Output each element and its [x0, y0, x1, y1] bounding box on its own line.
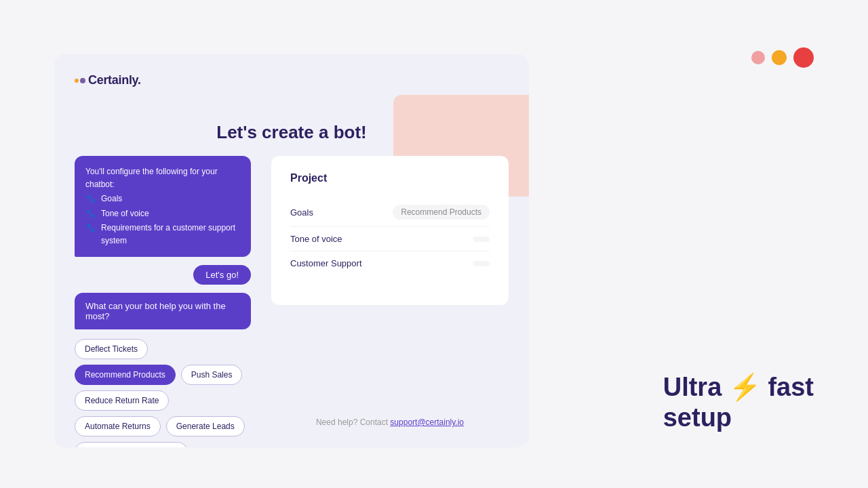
choice-deflect-tickets[interactable]: Deflect Tickets — [75, 339, 148, 359]
project-row-support: Customer Support — [290, 251, 490, 275]
choice-automate-returns[interactable]: Automate Returns — [75, 416, 161, 436]
main-card: Certainly. Let's create a bot! You'll co… — [54, 54, 529, 447]
project-tone-value — [473, 237, 490, 242]
arrow-icon-3: 🐾 — [85, 222, 96, 235]
help-text-static: Need help? Contact — [316, 418, 390, 427]
logo-dots — [75, 78, 85, 83]
project-row-goals: Goals Recommend Products — [290, 198, 490, 227]
decorative-circles — [751, 47, 814, 68]
bot-bubble-requirements: Requirements for a customer support syst… — [101, 222, 240, 247]
tagline-line1: Ultra ⚡ fast — [663, 372, 814, 403]
arrow-icon: 🐾 — [85, 192, 96, 205]
project-tone-label: Tone of voice — [290, 234, 342, 244]
project-support-value — [473, 261, 490, 266]
logo-dot-small — [75, 79, 79, 83]
tagline-fast: fast — [768, 373, 814, 401]
choice-push-sales[interactable]: Push Sales — [181, 365, 243, 385]
page-title: Let's create a bot! — [54, 122, 529, 143]
bot-bubble-item-goals: 🐾 Goals — [85, 192, 240, 205]
bot-bubble-item-requirements: 🐾 Requirements for a customer support sy… — [85, 222, 240, 247]
choices-grid: Deflect Tickets Recommend Products Push … — [75, 339, 251, 447]
circle-pink — [751, 51, 765, 64]
bot-intro-text: You'll configure the following for your … — [85, 165, 240, 191]
choice-generate-leads[interactable]: Generate Leads — [166, 416, 245, 436]
project-panel: Project Goals Recommend Products Tone of… — [271, 156, 509, 305]
bot-intro-bubble: You'll configure the following for your … — [75, 156, 251, 257]
choice-reduce-return-rate[interactable]: Reduce Return Rate — [75, 390, 169, 411]
circle-orange — [772, 50, 787, 65]
help-text: Need help? Contact support@certainly.io — [271, 418, 509, 427]
lets-go-button[interactable]: Let's go! — [193, 265, 251, 285]
logo: Certainly. — [75, 73, 141, 87]
project-goals-label: Goals — [290, 207, 313, 218]
chat-area: You'll configure the following for your … — [75, 156, 251, 447]
tagline-ultra: Ultra — [663, 373, 729, 401]
logo-text: Certainly. — [88, 73, 141, 87]
logo-dot-large — [80, 78, 85, 83]
arrow-icon-2: 🐾 — [85, 207, 96, 220]
choice-recommend-products[interactable]: Recommend Products — [75, 365, 176, 385]
help-link[interactable]: support@certainly.io — [390, 418, 464, 427]
question-bubble: What can your bot help you with the most… — [75, 293, 251, 329]
bot-bubble-goals: Goals — [101, 192, 122, 205]
tagline-line2: setup — [663, 403, 814, 434]
tagline: Ultra ⚡ fast setup — [663, 372, 814, 434]
choice-collect-product-feedback[interactable]: Collect Product Feedback — [75, 442, 188, 447]
project-title: Project — [290, 172, 490, 184]
project-row-tone: Tone of voice — [290, 227, 490, 251]
project-goals-value: Recommend Products — [393, 205, 490, 220]
bot-bubble-tone: Tone of voice — [101, 207, 149, 220]
bolt-icon: ⚡ — [729, 373, 761, 401]
bot-bubble-item-tone: 🐾 Tone of voice — [85, 207, 240, 220]
project-support-label: Customer Support — [290, 258, 362, 268]
circle-red — [793, 47, 814, 68]
